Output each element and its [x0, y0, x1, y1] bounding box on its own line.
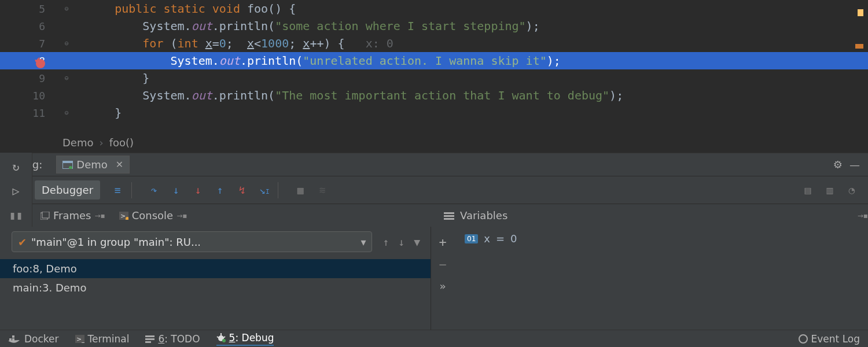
code-editor[interactable]: 5 ⊖ public static void foo() { 6 System.… — [0, 0, 868, 132]
svg-point-23 — [222, 339, 226, 342]
code-line-current[interactable]: 8 ✔ System.out.println("unrelated action… — [0, 52, 868, 69]
drop-frame-icon[interactable]: ↯ — [235, 182, 249, 198]
variable-equals: = — [496, 232, 505, 245]
run-to-cursor-icon[interactable]: ↘I — [257, 182, 271, 198]
frames-tab[interactable]: Frames →▪ — [35, 207, 111, 224]
pause-icon[interactable]: ▮▮ — [9, 208, 23, 222]
debug-session-tab[interactable]: Demo ✕ — [56, 156, 130, 174]
fold-marker[interactable]: ⊖ — [58, 109, 75, 117]
pin-icon: →▪ — [94, 212, 105, 220]
frames-panel: ✔ "main"@1 in group "main": RU... ▾ ↑ ↓ … — [0, 227, 431, 330]
step-over-icon[interactable]: ↷ — [147, 182, 161, 198]
variables-toolbar: + − » — [431, 227, 454, 292]
overhead-icon[interactable]: ◔ — [845, 182, 859, 198]
thread-selector[interactable]: ✔ "main"@1 in group "main": RU... ▾ — [12, 231, 372, 252]
gutter-line-number: 11 — [0, 107, 58, 119]
variable-row[interactable]: 01 x = 0 — [454, 227, 868, 250]
warning-stripe-icon[interactable] — [858, 9, 863, 16]
debug-toolbar: Debugger ≡ ↷ ↓ ↓ ↑ ↯ ↘I ▦ ≋ ▤ ▥ ◔ — [0, 176, 868, 204]
event-log-button[interactable]: Event Log — [799, 333, 860, 345]
add-watch-icon[interactable]: + — [439, 235, 446, 249]
event-log-icon — [799, 334, 808, 344]
error-stripe-icon[interactable] — [855, 44, 863, 49]
svg-rect-12 — [12, 338, 14, 341]
frame-item[interactable]: foo:8, Demo — [0, 259, 431, 278]
breadcrumb-method[interactable]: foo() — [109, 136, 134, 149]
svg-point-2 — [69, 166, 72, 169]
frames-icon — [41, 212, 50, 220]
next-frame-icon[interactable]: ↓ — [398, 236, 404, 248]
code-line[interactable]: 9 ⊖ } — [0, 69, 868, 87]
layout-icon — [62, 161, 73, 169]
pin-icon: →▪ — [176, 212, 187, 220]
pin-icon[interactable]: →▪ — [858, 212, 868, 220]
code-line[interactable]: 11 ⊖ } — [0, 104, 868, 121]
frame-item[interactable]: main:3. Demo — [0, 278, 431, 297]
minimize-icon[interactable]: — — [846, 156, 863, 173]
breadcrumb-class[interactable]: Demo — [62, 136, 93, 149]
evaluate-expression-icon[interactable]: ▦ — [293, 182, 307, 198]
inlay-hint: x: 0 — [366, 36, 393, 50]
variable-value: 0 — [510, 232, 517, 245]
chevron-right-icon: › — [99, 136, 103, 149]
svg-rect-9 — [444, 215, 454, 217]
code-line[interactable]: 10 System.out.println("The most importan… — [0, 87, 868, 104]
svg-rect-11 — [9, 338, 12, 341]
prev-frame-icon[interactable]: ↑ — [382, 236, 389, 248]
svg-rect-17 — [145, 338, 155, 340]
frames-list[interactable]: foo:8, Demo main:3. Demo — [0, 259, 431, 297]
svg-rect-16 — [145, 335, 155, 337]
code-line[interactable]: 5 ⊖ public static void foo() { — [0, 0, 868, 17]
debug-panel-tabs: Frames →▪ >_ Console →▪ Variables →▪ — [0, 204, 868, 227]
fold-marker[interactable]: ⊖ — [58, 5, 75, 13]
gutter-line-number: 8 ✔ — [0, 55, 58, 67]
svg-point-24 — [799, 335, 807, 343]
layout-settings-icon[interactable]: ▤ — [801, 182, 815, 198]
code-line[interactable]: 6 System.out.println("some action where … — [0, 17, 868, 35]
debugger-tab[interactable]: Debugger — [35, 180, 100, 200]
terminal-icon: >_ — [75, 335, 84, 343]
fold-marker[interactable]: ⊖ — [58, 39, 75, 47]
memory-view-icon[interactable]: ▥ — [823, 182, 837, 198]
step-into-icon[interactable]: ↓ — [169, 182, 183, 198]
settings-icon[interactable]: ⚙ — [830, 156, 846, 173]
gutter-line-number: 6 — [0, 20, 58, 32]
debug-panels: ✔ "main"@1 in group "main": RU... ▾ ↑ ↓ … — [0, 227, 868, 330]
breakpoint-verified-icon: ✔ — [35, 54, 41, 65]
variables-icon — [444, 212, 454, 220]
force-step-into-icon[interactable]: ↓ — [191, 182, 205, 198]
code-line[interactable]: 7 ⊖ for (int x=0; x<1000; x++) { x: 0 — [0, 35, 868, 52]
console-tab[interactable]: >_ Console →▪ — [113, 207, 193, 224]
todo-tool-button[interactable]: 6: TODO — [145, 333, 200, 345]
terminal-tool-button[interactable]: >_ Terminal — [75, 333, 130, 345]
rerun-icon[interactable]: ↻ — [12, 160, 19, 174]
docker-tool-button[interactable]: Docker — [8, 333, 59, 345]
filter-icon[interactable]: ▼ — [414, 236, 420, 248]
breadcrumb[interactable]: Demo › foo() — [0, 132, 868, 153]
code-content[interactable]: public static void foo() { — [75, 2, 868, 16]
fold-marker[interactable]: ⊖ — [58, 74, 75, 82]
gutter-line-number: 5 — [0, 3, 58, 15]
remove-watch-icon[interactable]: − — [439, 257, 446, 272]
resume-icon[interactable]: ▷ — [12, 184, 19, 198]
check-icon: ✔ — [18, 236, 27, 248]
close-icon[interactable]: ✕ — [116, 159, 123, 170]
step-out-icon[interactable]: ↑ — [213, 182, 227, 198]
more-icon[interactable]: » — [440, 280, 446, 292]
gutter-line-number: 10 — [0, 90, 58, 102]
variable-name: x — [484, 232, 490, 245]
svg-rect-18 — [145, 341, 151, 343]
svg-rect-4 — [42, 212, 49, 218]
show-execution-point-icon[interactable]: ≡ — [111, 182, 124, 198]
bug-icon — [216, 333, 226, 342]
trace-icon[interactable]: ≋ — [315, 182, 329, 198]
variables-title: Variables — [460, 209, 507, 222]
svg-rect-10 — [444, 218, 454, 220]
gutter-line-number: 7 — [0, 38, 58, 50]
svg-rect-1 — [62, 161, 73, 163]
debug-tool-button[interactable]: 5: Debug — [216, 332, 274, 346]
svg-line-21 — [217, 337, 219, 338]
chevron-down-icon[interactable]: ▾ — [361, 236, 366, 248]
svg-text:>_: >_ — [76, 335, 84, 343]
primitive-badge-icon: 01 — [465, 234, 478, 243]
